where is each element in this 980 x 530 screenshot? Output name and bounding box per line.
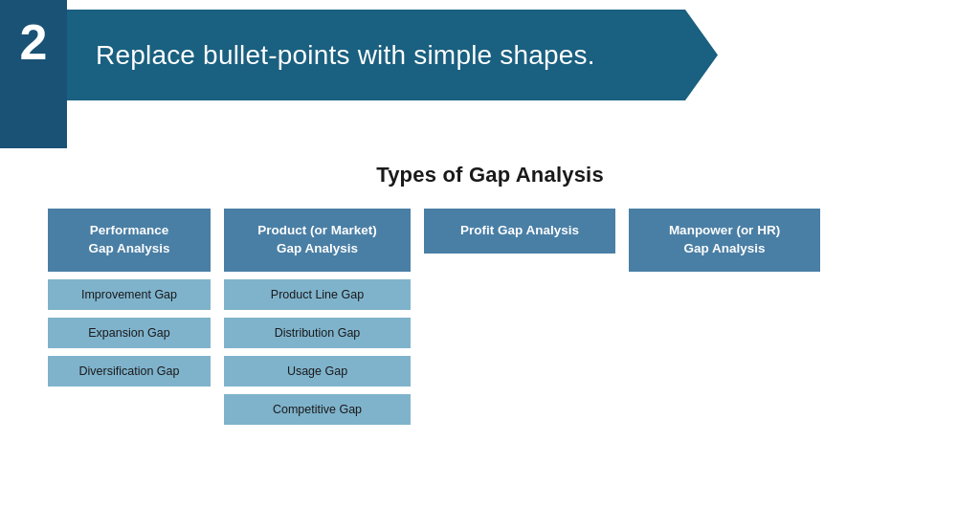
number-badge: 2 (0, 0, 67, 148)
header-manpower: Manpower (or HR)Gap Analysis (629, 209, 820, 272)
item-improvement-gap: Improvement Gap (48, 279, 211, 310)
item-product-line-gap: Product Line Gap (224, 279, 411, 310)
banner: Replace bullet-points with simple shapes… (67, 10, 718, 100)
header-performance: PerformanceGap Analysis (48, 209, 211, 272)
slide-number: 2 (20, 17, 48, 67)
banner-text: Replace bullet-points with simple shapes… (96, 40, 595, 71)
main-content: Types of Gap Analysis PerformanceGap Ana… (0, 153, 980, 434)
column-performance: PerformanceGap Analysis Improvement Gap … (48, 209, 211, 386)
item-usage-gap: Usage Gap (224, 356, 411, 386)
gap-grid: PerformanceGap Analysis Improvement Gap … (29, 209, 951, 425)
item-diversification-gap: Diversification Gap (48, 356, 211, 386)
column-manpower: Manpower (or HR)Gap Analysis (629, 209, 820, 272)
header-area: 2 Replace bullet-points with simple shap… (0, 0, 980, 153)
column-product: Product (or Market)Gap Analysis Product … (224, 209, 411, 425)
page-title: Types of Gap Analysis (29, 163, 951, 188)
header-profit: Profit Gap Analysis (424, 209, 615, 254)
header-product: Product (or Market)Gap Analysis (224, 209, 411, 272)
column-profit: Profit Gap Analysis (424, 209, 615, 254)
item-distribution-gap: Distribution Gap (224, 318, 411, 348)
item-competitive-gap: Competitive Gap (224, 394, 411, 425)
item-expansion-gap: Expansion Gap (48, 318, 211, 348)
